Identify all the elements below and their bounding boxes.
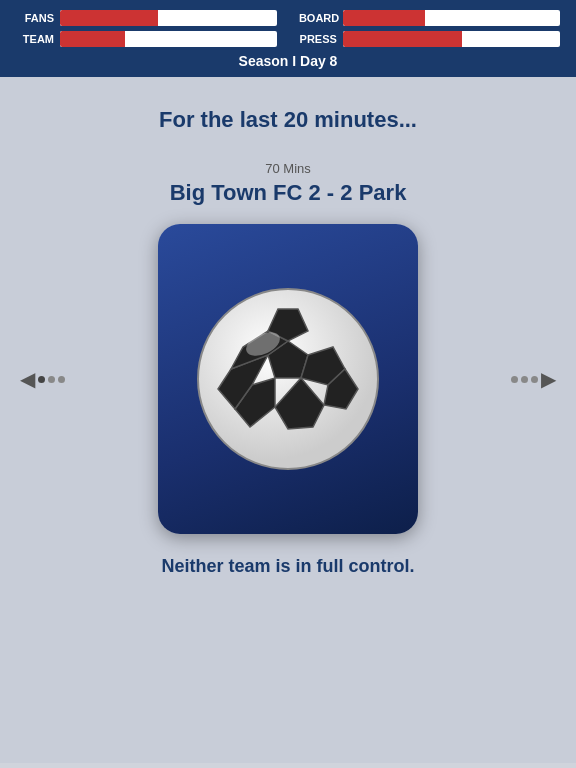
fans-label: FANS xyxy=(16,12,54,24)
nav-dot-4 xyxy=(511,376,518,383)
right-arrow-icon: ▶ xyxy=(541,369,556,389)
team-bar xyxy=(60,31,125,47)
board-stat-row: BOARD xyxy=(299,10,560,26)
match-score-label: Big Town FC 2 - 2 Park xyxy=(170,180,407,206)
nav-dot-3 xyxy=(58,376,65,383)
ball-card-wrapper: ◀ xyxy=(20,224,556,534)
match-time-label: 70 Mins xyxy=(265,161,311,176)
nav-dot-6 xyxy=(531,376,538,383)
left-stats-group: FANS TEAM xyxy=(16,10,277,47)
press-label: PRESS xyxy=(299,33,337,45)
ball-card xyxy=(158,224,418,534)
season-day-label: Season I Day 8 xyxy=(16,51,560,71)
board-bar xyxy=(343,10,426,26)
board-bar-container xyxy=(343,10,560,26)
fans-stat-row: FANS xyxy=(16,10,277,26)
nav-dot-5 xyxy=(521,376,528,383)
headline-text: For the last 20 minutes... xyxy=(159,107,417,133)
board-label: BOARD xyxy=(299,12,337,24)
main-content: For the last 20 minutes... 70 Mins Big T… xyxy=(0,77,576,763)
team-label: TEAM xyxy=(16,33,54,45)
soccer-ball-icon xyxy=(188,279,388,479)
nav-dot-1 xyxy=(38,376,45,383)
team-stat-row: TEAM xyxy=(16,31,277,47)
press-bar-container xyxy=(343,31,560,47)
nav-dot-2 xyxy=(48,376,55,383)
fans-bar xyxy=(60,10,158,26)
nav-left-button[interactable]: ◀ xyxy=(20,369,65,389)
team-bar-container xyxy=(60,31,277,47)
right-stats-group: BOARD PRESS xyxy=(299,10,560,47)
press-bar xyxy=(343,31,462,47)
left-arrow-icon: ◀ xyxy=(20,369,35,389)
press-stat-row: PRESS xyxy=(299,31,560,47)
status-text-label: Neither team is in full control. xyxy=(161,556,414,577)
nav-right-button[interactable]: ▶ xyxy=(511,369,556,389)
fans-bar-container xyxy=(60,10,277,26)
header: FANS TEAM BOARD PRESS xyxy=(0,0,576,77)
